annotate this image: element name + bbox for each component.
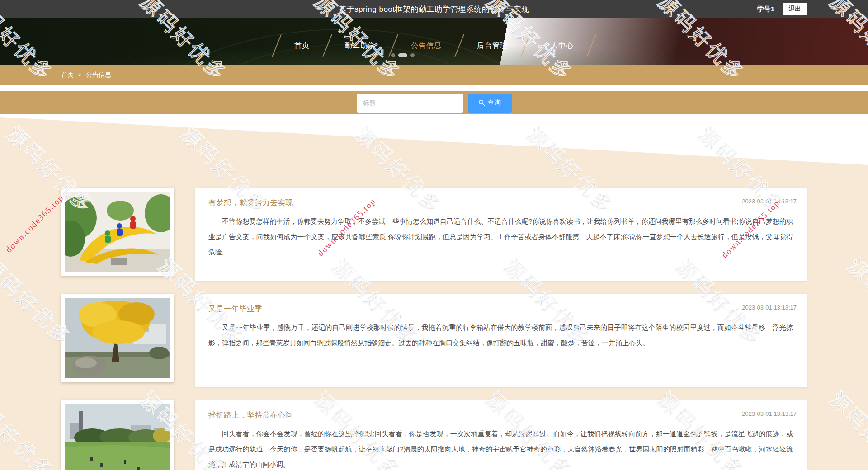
breadcrumb-home[interactable]: 首页: [61, 71, 74, 79]
divider-gap: [0, 85, 868, 91]
search-button[interactable]: 查询: [468, 94, 512, 113]
nav-item-announcements[interactable]: 公告信息: [411, 38, 442, 54]
breadcrumb-current: 公告信息: [86, 71, 111, 79]
carousel-dot-active[interactable]: [398, 53, 407, 57]
carousel-dots: [391, 53, 415, 57]
announcement-excerpt: 回头看看，你会不会发现，曾经的你在这里摔倒过;回头看看，你是否发现，一次次地重复…: [208, 426, 793, 470]
nav-separator: [454, 34, 464, 57]
search-band: 查询: [0, 91, 868, 114]
search-icon: [478, 99, 485, 106]
announcement-title[interactable]: 有梦想，就要努力去实现: [208, 197, 793, 208]
nav-separator: [586, 34, 596, 57]
announcement-card: 挫折路上，坚持常在心间 2023-03-01 13:13:17 回头看看，你会不…: [194, 400, 807, 470]
nav-banner: 首页 勤工助学 公告信息 后台管理 个人中心: [0, 18, 868, 65]
announcement-row: 挫折路上，坚持常在心间 2023-03-01 13:13:17 回头看看，你会不…: [61, 400, 807, 470]
announcement-list-section: 有梦想，就要努力去实现 2023-03-01 13:13:17 不管你想要怎样的…: [0, 114, 868, 470]
nav-separator: [520, 34, 530, 57]
announcement-card: 又是一年毕业季 2023-03-01 13:13:17 又是一年毕业季，感慨万千…: [194, 294, 807, 387]
announcement-title[interactable]: 又是一年毕业季: [208, 304, 793, 314]
breadcrumb: 首页 > 公告信息: [61, 71, 111, 79]
carousel-dot[interactable]: [391, 53, 395, 57]
announcement-thumbnail-1[interactable]: [61, 188, 174, 276]
search-button-label: 查询: [487, 99, 501, 107]
breadcrumb-band: 首页 > 公告信息: [0, 65, 868, 85]
nav-item-home[interactable]: 首页: [294, 38, 310, 54]
announcement-date: 2023-03-01 13:13:17: [742, 198, 797, 205]
announcement-thumbnail-2[interactable]: [61, 294, 174, 382]
announcement-excerpt: 又是一年毕业季，感慨万千，还记的自己刚进学校那时候的情景，我拖着沉重的行李箱站在…: [208, 320, 793, 351]
nav-separator: [322, 34, 332, 57]
logout-button[interactable]: 退出: [783, 3, 807, 15]
nav-item-workstudy[interactable]: 勤工助学: [345, 38, 376, 54]
announcement-row: 又是一年毕业季 2023-03-01 13:13:17 又是一年毕业季，感慨万千…: [61, 294, 807, 387]
announcement-image-golden-tree: [65, 298, 170, 378]
search-input[interactable]: [357, 94, 463, 113]
announcement-title[interactable]: 挫折路上，坚持常在心间: [208, 410, 793, 420]
page-title: 基于spring boot框架的勤工助学管理系统的设计与实现: [339, 4, 529, 14]
page: 基于spring boot框架的勤工助学管理系统的设计与实现 学号1 退出 首页…: [0, 0, 868, 470]
announcement-date: 2023-03-01 13:13:17: [742, 304, 797, 311]
announcement-image-park-lawn: [65, 404, 170, 470]
nav-item-profile[interactable]: 个人中心: [543, 38, 574, 54]
announcement-card: 有梦想，就要努力去实现 2023-03-01 13:13:17 不管你想要怎样的…: [194, 188, 807, 281]
user-id-label: 学号1: [757, 5, 774, 14]
announcement-image-sculpture: [65, 192, 170, 272]
announcement-row: 有梦想，就要努力去实现 2023-03-01 13:13:17 不管你想要怎样的…: [61, 188, 807, 281]
announcement-list: 有梦想，就要努力去实现 2023-03-01 13:13:17 不管你想要怎样的…: [61, 114, 807, 470]
announcement-excerpt: 不管你想要怎样的生活，你都要去努力争取，不多尝试一些事情怎么知道自己适合什么、不…: [208, 214, 793, 260]
announcement-date: 2023-03-01 13:13:17: [742, 410, 797, 417]
main-nav: 首页 勤工助学 公告信息 后台管理 个人中心: [259, 33, 609, 58]
nav-separator: [272, 34, 282, 57]
breadcrumb-separator-icon: >: [78, 72, 81, 78]
carousel-dot[interactable]: [410, 53, 415, 57]
announcement-thumbnail-3[interactable]: [61, 400, 174, 470]
nav-item-admin[interactable]: 后台管理: [477, 38, 508, 54]
top-bar: 基于spring boot框架的勤工助学管理系统的设计与实现 学号1 退出: [0, 0, 868, 18]
top-bar-right: 学号1 退出: [757, 0, 807, 18]
